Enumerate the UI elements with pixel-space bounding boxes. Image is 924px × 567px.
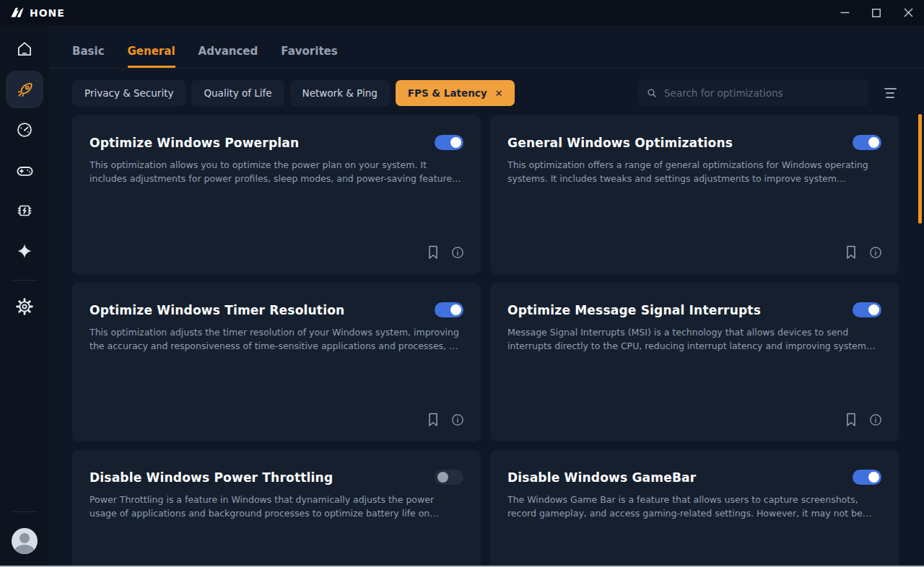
- card-description: Power Throttling is a feature in Windows…: [90, 493, 463, 520]
- info-icon[interactable]: [450, 245, 465, 260]
- app-body: Basic General Advanced Favorites Privacy…: [0, 25, 924, 566]
- info-icon[interactable]: [868, 245, 883, 260]
- chip-quality-of-life[interactable]: Quality of Life: [191, 80, 284, 106]
- search-input[interactable]: [664, 87, 860, 99]
- card-optimize-windows-powerplan: Optimize Windows Powerplan This optimiza…: [72, 115, 481, 274]
- card-disable-windows-gamebar: Disable Windows GameBar The Windows Game…: [490, 450, 899, 566]
- bookmark-icon[interactable]: [845, 413, 858, 427]
- chip-label: FPS & Latency: [408, 87, 487, 99]
- bookmark-icon[interactable]: [845, 245, 858, 260]
- main-content: Basic General Advanced Favorites Privacy…: [49, 25, 924, 566]
- minimize-button[interactable]: [829, 0, 860, 25]
- card-description: Message Signal Interrupts (MSI) is a tec…: [507, 325, 881, 353]
- sidebar-item-performance[interactable]: [6, 111, 43, 149]
- search-box[interactable]: [637, 79, 868, 107]
- card-title: Optimize Windows Powerplan: [90, 136, 299, 150]
- card-description: This optimization offers a range of gene…: [507, 158, 881, 185]
- scrollbar-thumb[interactable]: [918, 114, 922, 224]
- maximize-icon: [872, 9, 881, 17]
- sidebar-divider: [12, 280, 37, 281]
- tab-bar: Basic General Advanced Favorites: [49, 25, 924, 69]
- info-icon[interactable]: [868, 413, 883, 427]
- close-icon: [904, 8, 913, 17]
- home-icon: [15, 40, 34, 58]
- filter-lines-icon[interactable]: [881, 88, 899, 98]
- window-controls: [829, 0, 924, 25]
- filter-bar: Privacy & Security Quality of Life Netwo…: [72, 79, 899, 107]
- toggle-switch[interactable]: [853, 470, 881, 485]
- card-description: This optimization allows you to optimize…: [90, 158, 463, 185]
- chip-label: Quality of Life: [204, 87, 271, 99]
- maximize-button[interactable]: [860, 0, 892, 25]
- minimize-icon: [840, 8, 850, 17]
- search-icon: [646, 87, 658, 99]
- sparkle-icon: [15, 242, 34, 260]
- toggle-switch[interactable]: [435, 302, 463, 317]
- sidebar-item-hardware[interactable]: [6, 192, 43, 229]
- sidebar-bottom-divider: [12, 511, 37, 512]
- sidebar: [0, 25, 49, 566]
- gamepad-icon: [15, 161, 35, 180]
- sidebar-item-home[interactable]: [6, 30, 43, 68]
- app-logo: HONE: [10, 6, 65, 19]
- tab-favorites[interactable]: Favorites: [281, 45, 337, 68]
- card-disable-windows-power-throttling: Disable Windows Power Throttling Power T…: [72, 450, 481, 566]
- card-optimize-windows-timer-resolution: Optimize Windows Timer Resolution This o…: [72, 283, 481, 441]
- rocket-icon: [15, 80, 35, 100]
- toggle-switch[interactable]: [435, 135, 463, 150]
- card-title: Optimize Message Signal Interrupts: [507, 303, 761, 317]
- card-title: Disable Windows Power Throttling: [90, 470, 333, 485]
- chip-label: Network & Ping: [302, 87, 378, 99]
- chip-fps-latency[interactable]: FPS & Latency ✕: [396, 80, 515, 106]
- bookmark-icon[interactable]: [427, 413, 440, 427]
- chip-icon: [15, 201, 34, 220]
- user-avatar[interactable]: [12, 528, 38, 554]
- info-icon[interactable]: [450, 413, 465, 427]
- card-title: Optimize Windows Timer Resolution: [90, 303, 344, 317]
- gear-icon: [15, 297, 34, 316]
- gauge-icon: [15, 120, 34, 139]
- close-button[interactable]: [892, 0, 924, 25]
- card-description: The Windows Game Bar is a feature that a…: [507, 493, 881, 520]
- chip-label: Privacy & Security: [84, 87, 173, 99]
- card-description: This optimization adjusts the timer reso…: [90, 325, 463, 353]
- tab-general[interactable]: General: [128, 45, 175, 68]
- hone-logo-icon: [10, 6, 25, 19]
- sidebar-item-settings[interactable]: [6, 288, 43, 325]
- app-window: HONE: [0, 0, 924, 567]
- app-name: HONE: [30, 7, 65, 19]
- card-title: General Windows Optimizations: [507, 136, 733, 150]
- sidebar-item-premium[interactable]: [6, 232, 43, 270]
- toggle-switch[interactable]: [853, 302, 881, 317]
- chip-privacy-security[interactable]: Privacy & Security: [72, 80, 186, 106]
- card-general-windows-optimizations: General Windows Optimizations This optim…: [490, 115, 899, 274]
- tab-advanced[interactable]: Advanced: [199, 45, 258, 68]
- chip-network-ping[interactable]: Network & Ping: [290, 80, 390, 106]
- tab-basic[interactable]: Basic: [72, 45, 105, 68]
- chip-close-icon[interactable]: ✕: [495, 88, 503, 99]
- toggle-switch[interactable]: [435, 470, 463, 485]
- bookmark-icon[interactable]: [427, 245, 440, 260]
- sidebar-item-games[interactable]: [6, 151, 43, 189]
- card-optimize-message-signal-interrupts: Optimize Message Signal Interrupts Messa…: [490, 283, 899, 441]
- titlebar: HONE: [0, 0, 924, 25]
- card-title: Disable Windows GameBar: [507, 470, 696, 485]
- sidebar-item-optimizations[interactable]: [6, 71, 43, 108]
- optimization-grid: Optimize Windows Powerplan This optimiza…: [72, 115, 924, 566]
- toggle-switch[interactable]: [853, 135, 881, 150]
- avatar-icon: [19, 533, 30, 543]
